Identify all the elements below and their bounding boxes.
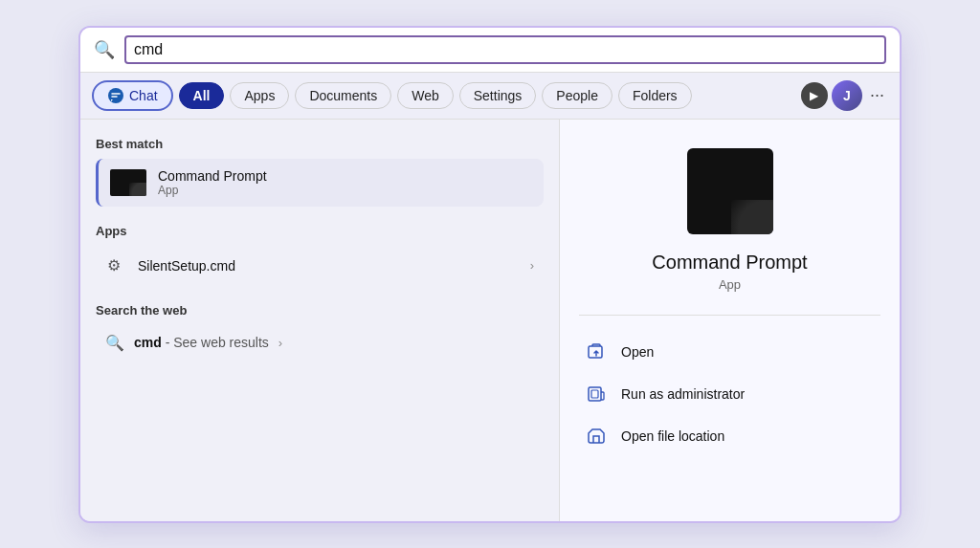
filter-more: ▶ J ··· — [801, 80, 888, 111]
play-icon: ▶ — [810, 89, 818, 102]
avatar-button[interactable]: J — [832, 80, 862, 111]
tab-documents[interactable]: Documents — [295, 82, 391, 109]
best-match-item[interactable]: Command Prompt App — [96, 159, 544, 207]
web-item-text: cmd - See web results — [134, 335, 269, 350]
apps-label: Apps — [96, 224, 544, 238]
filter-row: Chat All Apps Documents Web Settings Peo… — [80, 73, 900, 120]
detail-panel: Command Prompt App Open — [559, 120, 900, 521]
tab-chat-label: Chat — [129, 88, 158, 103]
tab-chat[interactable]: Chat — [92, 80, 173, 111]
detail-divider — [579, 315, 880, 316]
web-section: Search the web 🔍 cmd - See web results › — [96, 303, 544, 361]
web-search-icon: 🔍 — [105, 334, 124, 352]
action-open[interactable]: Open — [579, 331, 880, 373]
best-match-info: Command Prompt App — [158, 168, 267, 197]
tab-people-label: People — [556, 88, 598, 103]
gear-icon: ⚙ — [107, 256, 126, 275]
search-bar: 🔍 — [80, 28, 900, 73]
detail-type: App — [719, 277, 741, 292]
web-label: Search the web — [96, 303, 544, 318]
action-open-location-label: Open file location — [621, 428, 724, 444]
cmd-app-icon — [110, 169, 146, 196]
tab-settings-label: Settings — [474, 88, 523, 103]
tab-web[interactable]: Web — [397, 82, 454, 109]
results-panel: Best match Command Prompt App Apps ⚙ Sil… — [80, 120, 559, 521]
best-match-type: App — [158, 184, 267, 197]
search-panel: 🔍 Chat All Apps Documents Web — [78, 26, 902, 523]
tab-apps[interactable]: Apps — [230, 82, 289, 109]
open-location-icon — [583, 423, 610, 449]
action-run-admin-label: Run as administrator — [621, 386, 745, 402]
tab-all[interactable]: All — [179, 82, 225, 109]
tab-people[interactable]: People — [542, 82, 612, 109]
apps-section: Apps ⚙ SilentSetup.cmd › — [96, 224, 544, 286]
more-icon: ··· — [870, 85, 884, 104]
list-item[interactable]: ⚙ SilentSetup.cmd › — [96, 246, 544, 286]
tab-settings[interactable]: Settings — [459, 82, 537, 109]
tab-web-label: Web — [412, 88, 439, 103]
chevron-right-icon: › — [530, 258, 534, 273]
action-open-location[interactable]: Open file location — [579, 415, 880, 457]
best-match-name: Command Prompt — [158, 168, 267, 184]
play-button[interactable]: ▶ — [801, 82, 828, 109]
tab-folders[interactable]: Folders — [618, 82, 692, 109]
tab-all-label: All — [193, 88, 211, 103]
silent-setup-icon: ⚙ — [105, 254, 128, 277]
tab-documents-label: Documents — [309, 88, 377, 103]
action-run-admin[interactable]: Run as administrator — [579, 373, 880, 415]
detail-title: Command Prompt — [652, 252, 807, 274]
list-item[interactable]: 🔍 cmd - See web results › — [96, 325, 544, 361]
chat-logo-icon — [107, 87, 124, 104]
svg-point-0 — [108, 88, 123, 103]
action-open-label: Open — [621, 344, 654, 360]
svg-rect-3 — [591, 390, 598, 398]
best-match-label: Best match — [96, 137, 544, 151]
open-icon — [583, 339, 610, 365]
main-content: Best match Command Prompt App Apps ⚙ Sil… — [80, 120, 900, 521]
chevron-right-icon: › — [278, 336, 282, 350]
more-options-button[interactable]: ··· — [866, 85, 888, 105]
run-admin-icon — [583, 381, 610, 407]
tab-folders-label: Folders — [633, 88, 678, 103]
search-input[interactable] — [124, 35, 886, 64]
app-item-name: SilentSetup.cmd — [138, 258, 521, 274]
avatar-label: J — [843, 88, 851, 103]
tab-apps-label: Apps — [244, 88, 275, 103]
detail-app-icon — [687, 148, 773, 234]
svg-rect-2 — [589, 387, 601, 401]
search-icon: 🔍 — [94, 39, 115, 60]
